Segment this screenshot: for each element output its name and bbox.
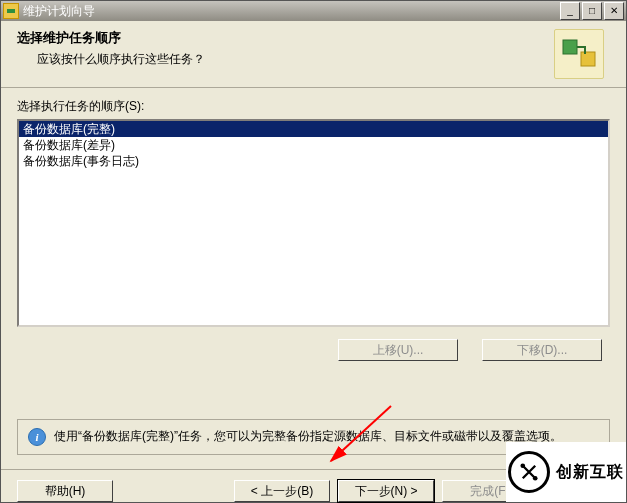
titlebar: 维护计划向导 _ □ ✕ <box>1 1 626 21</box>
header-title: 选择维护任务顺序 <box>17 29 554 47</box>
wizard-header: 选择维护任务顺序 应该按什么顺序执行这些任务？ <box>1 21 626 88</box>
wizard-body: 选择执行任务的顺序(S): 备份数据库(完整) 备份数据库(差异) 备份数据库(… <box>1 88 626 399</box>
task-order-list[interactable]: 备份数据库(完整) 备份数据库(差异) 备份数据库(事务日志) <box>17 119 610 327</box>
list-item[interactable]: 备份数据库(事务日志) <box>19 153 608 169</box>
logo-icon <box>508 451 550 493</box>
svg-point-4 <box>533 476 538 481</box>
window-controls: _ □ ✕ <box>560 2 624 20</box>
window-title: 维护计划向导 <box>23 3 560 20</box>
svg-rect-0 <box>563 40 577 54</box>
list-item[interactable]: 备份数据库(完整) <box>19 121 608 137</box>
task-order-label: 选择执行任务的顺序(S): <box>17 98 610 115</box>
list-item[interactable]: 备份数据库(差异) <box>19 137 608 153</box>
info-icon: i <box>28 428 46 446</box>
watermark-logo: 创新互联 <box>506 442 626 502</box>
maximize-button[interactable]: □ <box>582 2 602 20</box>
wizard-window: 维护计划向导 _ □ ✕ 选择维护任务顺序 应该按什么顺序执行这些任务？ 选择执… <box>0 0 627 503</box>
wizard-icon <box>3 3 19 19</box>
wizard-header-icon <box>554 29 604 79</box>
svg-rect-1 <box>581 52 595 66</box>
header-subtitle: 应该按什么顺序执行这些任务？ <box>37 51 554 68</box>
move-down-button[interactable]: 下移(D)... <box>482 339 602 361</box>
move-up-button[interactable]: 上移(U)... <box>338 339 458 361</box>
svg-point-3 <box>520 463 525 468</box>
close-button[interactable]: ✕ <box>604 2 624 20</box>
back-button[interactable]: < 上一步(B) <box>234 480 330 502</box>
next-button[interactable]: 下一步(N) > <box>338 480 434 502</box>
minimize-button[interactable]: _ <box>560 2 580 20</box>
logo-text: 创新互联 <box>556 462 624 483</box>
help-button[interactable]: 帮助(H) <box>17 480 113 502</box>
